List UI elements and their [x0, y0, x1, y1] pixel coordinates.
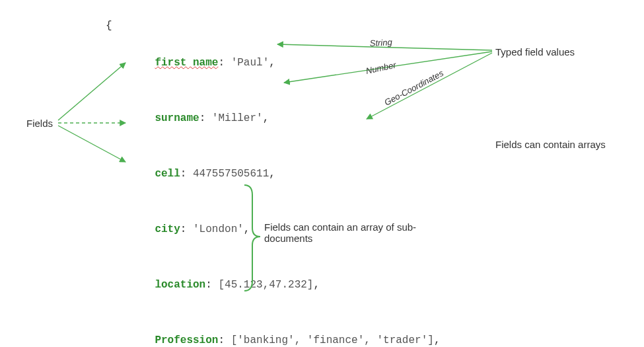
field-val-surname: 'Miller': [212, 112, 263, 124]
field-key-cell: cell: [155, 168, 180, 180]
field-key-first-name: first name: [155, 57, 218, 69]
field-key-profession: Profession: [155, 334, 218, 346]
label-typed: Typed field values: [495, 46, 575, 58]
code-block: { first name: 'Paul', surname: 'Miller',…: [106, 17, 440, 347]
brace-open: {: [106, 20, 112, 32]
field-key-city: city: [155, 223, 180, 235]
field-val-profession: ['banking', 'finance', 'trader']: [231, 334, 434, 346]
field-val-location: [45.123,47.232]: [218, 279, 313, 291]
label-subdocs: Fields can contain an array of sub-docum…: [264, 221, 436, 244]
field-val-first-name: 'Paul': [231, 57, 269, 69]
field-val-cell: 447557505611: [193, 168, 269, 180]
label-arrays: Fields can contain arrays: [495, 139, 608, 150]
field-key-location: location: [155, 279, 205, 291]
field-val-city: 'London': [193, 223, 244, 235]
field-key-surname: surname: [155, 112, 199, 124]
label-fields: Fields: [26, 118, 53, 129]
